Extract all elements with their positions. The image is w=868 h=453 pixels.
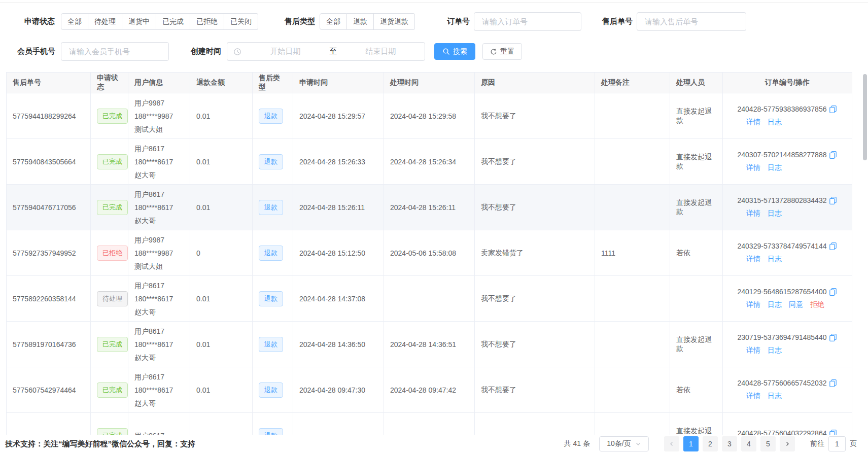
apply-status-option-4[interactable]: 已拒绝 <box>190 13 224 30</box>
copy-icon[interactable] <box>829 196 837 204</box>
order-no-label: 订单号 <box>447 17 470 26</box>
header-reason: 原因 <box>475 73 595 93</box>
status-tag: 已完成 <box>97 200 128 215</box>
filter-panel: 申请状态 全部待处理退货中已完成已拒绝已关闭 售后类型 全部退款退货退款 订单号… <box>0 12 868 61</box>
service-type-group: 全部退款退货退款 <box>320 13 415 30</box>
page-size-select[interactable]: 10条/页 <box>599 436 649 451</box>
copy-icon[interactable] <box>829 288 837 296</box>
reason: 我不想要了 <box>481 294 516 302</box>
apply-status-option-3[interactable]: 已完成 <box>156 13 190 30</box>
user-info: 用户8617180****8617赵大哥 <box>134 142 184 182</box>
action-detail[interactable]: 详情 <box>746 346 760 355</box>
service-type-tag: 退款 <box>259 109 283 124</box>
handler: 直接发起退款 <box>676 107 712 124</box>
filter-row-1: 申请状态 全部待处理退货中已完成已拒绝已关闭 售后类型 全部退款退货退款 订单号… <box>0 12 868 31</box>
action-log[interactable]: 日志 <box>768 163 782 172</box>
copy-icon[interactable] <box>829 151 837 159</box>
apply-time: 2024-04-28 09:47:30 <box>299 386 365 394</box>
row-actions: 详情日志 <box>728 392 847 401</box>
apply-status-option-5[interactable]: 已关闭 <box>224 13 258 30</box>
user-info-line: 用户9987 <box>134 233 184 247</box>
apply-status-option-2[interactable]: 退货中 <box>122 13 156 30</box>
order-no-input[interactable] <box>474 12 581 31</box>
action-log[interactable]: 日志 <box>768 209 782 218</box>
goto-label: 前往 <box>810 439 824 448</box>
member-phone-input[interactable] <box>61 42 169 61</box>
page-button-4[interactable]: 4 <box>741 436 756 451</box>
create-time-range[interactable]: 开始日期 至 结束日期 <box>227 42 425 61</box>
user-info: 用户9987188****9987测试大姐 <box>134 233 184 273</box>
search-button[interactable]: 搜索 <box>434 43 475 60</box>
prev-page-button[interactable] <box>664 436 679 451</box>
handle-time: 2024-04-28 15:26:34 <box>390 158 456 166</box>
clock-icon <box>233 48 241 56</box>
handle-time: 2024-04-28 14:36:51 <box>390 340 456 349</box>
apply-status-option-0[interactable]: 全部 <box>61 13 88 30</box>
refund-amount: 0.01 <box>196 112 210 120</box>
support-text: 技术支持：关注“编写美好前程”微信公众号，回复：支持 <box>5 439 195 449</box>
service-type-option-0[interactable]: 全部 <box>320 13 347 30</box>
handler: 直接发起退款 <box>676 153 712 170</box>
action-detail[interactable]: 详情 <box>746 392 760 401</box>
status-tag: 已完成 <box>97 337 128 352</box>
action-log[interactable]: 日志 <box>768 346 782 355</box>
copy-icon[interactable] <box>829 379 837 387</box>
copy-icon[interactable] <box>829 242 837 250</box>
aftersale-id: 5775892260358144 <box>13 295 76 303</box>
reason: 我不想要了 <box>481 386 516 394</box>
service-type-tag: 退款 <box>259 154 283 169</box>
service-type-option-1[interactable]: 退款 <box>347 13 374 30</box>
action-detail[interactable]: 详情 <box>746 300 760 309</box>
header-handler: 处理人员 <box>670 73 723 93</box>
page-button-5[interactable]: 5 <box>760 436 776 451</box>
refresh-icon <box>490 48 497 55</box>
action-detail[interactable]: 详情 <box>746 118 760 127</box>
reset-button[interactable]: 重置 <box>482 43 522 60</box>
action-log[interactable]: 日志 <box>768 300 782 309</box>
apply-time: 2024-04-28 15:26:11 <box>299 203 365 212</box>
action-reject[interactable]: 拒绝 <box>810 300 824 309</box>
user-info-line: 188****9987 <box>134 110 184 123</box>
action-detail[interactable]: 详情 <box>746 209 760 218</box>
user-info-line: 用户8617 <box>134 188 184 201</box>
copy-icon[interactable] <box>829 333 837 341</box>
status-tag: 已拒绝 <box>97 246 128 261</box>
service-type-tag: 退款 <box>259 382 283 398</box>
user-info: 用户8617180****8617赵大哥 <box>134 325 184 364</box>
page-button-1[interactable]: 1 <box>683 436 699 451</box>
goto-page-input[interactable] <box>828 436 846 451</box>
table-row: 5775940476717056 已完成 用户8617180****8617赵大… <box>7 185 852 230</box>
action-detail[interactable]: 详情 <box>746 163 760 172</box>
action-detail[interactable]: 详情 <box>746 255 760 264</box>
service-no-input[interactable] <box>637 12 746 31</box>
next-page-button[interactable] <box>780 436 795 451</box>
action-log[interactable]: 日志 <box>768 255 782 264</box>
action-approve[interactable]: 同意 <box>789 300 803 309</box>
header-refund-amount: 退款金额 <box>190 73 253 93</box>
action-log[interactable]: 日志 <box>768 392 782 401</box>
goto-page: 前往 页 <box>810 436 857 451</box>
user-info-line: 赵大哥 <box>134 214 184 227</box>
header-aftersale-id: 售后单号 <box>7 73 91 93</box>
handle-time: 2024-04-28 15:29:58 <box>390 112 456 120</box>
reason: 我不想要了 <box>481 112 516 120</box>
start-date-input[interactable]: 开始日期 <box>241 47 329 56</box>
action-log[interactable]: 日志 <box>768 118 782 127</box>
page-button-2[interactable]: 2 <box>703 436 718 451</box>
page-buttons: 12345 <box>681 436 778 451</box>
user-info: 用户8617180****8617赵大哥 <box>134 370 184 410</box>
reason: 我不想要了 <box>481 340 516 348</box>
service-type-option-2[interactable]: 退货退款 <box>374 13 415 30</box>
reason: 我不想要了 <box>481 203 516 211</box>
handle-time: 2024-04-28 09:47:42 <box>390 386 456 394</box>
copy-icon[interactable] <box>829 105 837 113</box>
page-button-3[interactable]: 3 <box>722 436 737 451</box>
order-no: 240428-5775938386937856 <box>738 105 827 113</box>
user-info-line: 180****8617 <box>134 201 184 214</box>
top-divider <box>0 2 868 3</box>
header-handle-remark: 处理备注 <box>595 73 670 93</box>
apply-status-option-1[interactable]: 待处理 <box>88 13 122 30</box>
end-date-input[interactable]: 结束日期 <box>337 47 425 56</box>
vertical-scrollbar[interactable] <box>863 74 867 160</box>
apply-time: 2024-04-28 15:26:33 <box>299 158 365 166</box>
